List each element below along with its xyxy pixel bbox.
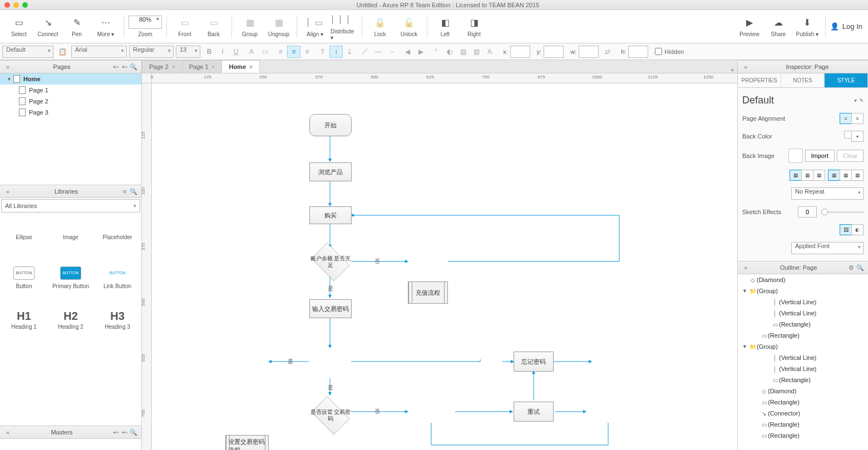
- sketch-bw-icon[interactable]: ◐: [851, 224, 864, 235]
- lib-ellipse[interactable]: Ellipse: [1, 215, 47, 256]
- y-input[interactable]: [544, 46, 564, 58]
- page-1[interactable]: Page 1: [0, 85, 141, 96]
- publish-button[interactable]: ⬇Publish ▾: [794, 12, 821, 41]
- style-dropdown-icon[interactable]: ▾: [854, 97, 857, 103]
- login-button[interactable]: 👤Log In: [830, 22, 862, 31]
- line-color-button[interactable]: ／: [358, 46, 372, 58]
- canvas[interactable]: 开始 浏览产品 购买 账户余额 是否充足 否 是 充值流程 输入交易密码 是否设…: [152, 83, 737, 450]
- ungroup-button[interactable]: ▦Ungroup: [265, 12, 292, 41]
- outline-item[interactable]: ↘(Connector): [738, 408, 868, 419]
- lock-ratio-icon[interactable]: ⇄: [601, 46, 614, 58]
- valign-bottom-button[interactable]: ⤓: [343, 46, 356, 58]
- tab-style[interactable]: STYLE: [825, 73, 868, 87]
- select-tool[interactable]: ▭Select: [6, 12, 32, 41]
- x-input[interactable]: [510, 46, 530, 58]
- page-2[interactable]: Page 2: [0, 96, 141, 107]
- line-width-button[interactable]: —: [372, 46, 385, 58]
- add-master-icon[interactable]: +▫: [111, 428, 120, 437]
- italic-button[interactable]: I: [216, 46, 229, 58]
- corner-radius-button[interactable]: ⌜: [430, 46, 443, 58]
- more-tool[interactable]: ⋯More ▾: [92, 12, 119, 41]
- right-button[interactable]: ◨Right: [461, 12, 487, 41]
- node-enter-pw[interactable]: 输入交易密码: [309, 299, 352, 318]
- library-select[interactable]: All Libraries: [1, 199, 140, 212]
- fill-color-button[interactable]: ▭: [258, 46, 272, 58]
- outline-item[interactable]: ◇(Diamond): [738, 385, 868, 397]
- close-tab-icon[interactable]: ×: [172, 64, 175, 70]
- lib-primary-button[interactable]: BUTTONPrimary Button: [48, 257, 93, 298]
- tab-properties[interactable]: PROPERTIES: [738, 73, 781, 87]
- horizontal-ruler[interactable]: 0125250375500625750875100011251250: [152, 73, 737, 83]
- sketch-fill-icon[interactable]: 🖼: [840, 224, 852, 235]
- lib-button[interactable]: BUTTONButton: [1, 257, 47, 298]
- outline-item[interactable]: ▼📁(Group): [738, 341, 868, 352]
- outline-search-icon[interactable]: 🔍: [856, 263, 865, 272]
- w-input[interactable]: [579, 46, 599, 58]
- outline-item[interactable]: │(Vertical Line): [738, 296, 868, 308]
- add-folder-icon[interactable]: +▫: [120, 62, 129, 71]
- add-page-icon[interactable]: +▫: [111, 62, 120, 71]
- node-recharge[interactable]: 充值流程: [408, 281, 448, 304]
- halign-3[interactable]: ▦: [813, 170, 825, 181]
- outline-item[interactable]: ▭(Rectangle): [738, 419, 868, 430]
- node-forgot[interactable]: 忘记密码: [514, 352, 554, 372]
- valign-3[interactable]: ▦: [851, 170, 864, 181]
- align-right-button[interactable]: ≡: [300, 46, 314, 58]
- font-size-dropdown[interactable]: 13: [176, 46, 200, 58]
- outline-item[interactable]: ▭(Rectangle): [738, 330, 868, 341]
- repeat-select[interactable]: No Repeat: [791, 187, 864, 200]
- hidden-checkbox[interactable]: Hidden: [655, 48, 684, 55]
- search-pages-icon[interactable]: 🔍: [129, 62, 138, 71]
- halign-2[interactable]: ▦: [801, 170, 813, 181]
- arrow-end-button[interactable]: ▶: [414, 46, 427, 58]
- collapse-outline-icon[interactable]: »: [741, 263, 750, 272]
- maximize-window-icon[interactable]: [22, 2, 28, 8]
- lib-link-button[interactable]: BUTTONLink Button: [95, 257, 140, 298]
- outline-item[interactable]: │(Vertical Line): [738, 352, 868, 363]
- node-start[interactable]: 开始: [309, 114, 352, 136]
- align-left-button[interactable]: ≡: [274, 46, 287, 58]
- lib-menu-icon[interactable]: ≡: [120, 187, 129, 196]
- lib-placeholder[interactable]: Placeholder: [95, 215, 140, 256]
- valign-top-button[interactable]: ⤒: [316, 46, 329, 58]
- inner-shadow-button[interactable]: ▧: [470, 46, 483, 58]
- import-button[interactable]: Import: [805, 150, 835, 162]
- connect-tool[interactable]: ↘Connect: [34, 12, 61, 41]
- back-color-dropdown[interactable]: ▾: [851, 131, 864, 142]
- tab-notes[interactable]: NOTES: [781, 73, 825, 87]
- node-buy[interactable]: 购买: [309, 206, 352, 224]
- shadow-button[interactable]: ▨: [456, 46, 470, 58]
- valign-1[interactable]: ▦: [828, 170, 840, 181]
- underline-button[interactable]: U: [229, 46, 243, 58]
- node-balance[interactable]: 账户余额 是否充足: [308, 246, 353, 278]
- style-dropdown[interactable]: Default: [2, 46, 53, 58]
- collapse-libraries-icon[interactable]: «: [3, 187, 12, 196]
- close-tab-icon[interactable]: ×: [249, 64, 253, 70]
- opacity-button[interactable]: ◐: [443, 46, 456, 58]
- outline-item[interactable]: ◇(Diamond): [738, 274, 868, 285]
- valign-2[interactable]: ▦: [840, 170, 852, 181]
- outline-item[interactable]: │(Vertical Line): [738, 308, 868, 319]
- back-color-swatch[interactable]: [844, 131, 852, 139]
- group-button[interactable]: ▦Group: [236, 12, 263, 41]
- applied-font-select[interactable]: Applied Font: [791, 242, 864, 254]
- vertical-ruler[interactable]: 125250375500625750: [142, 83, 152, 450]
- preview-button[interactable]: ▶Preview: [736, 12, 763, 41]
- node-browse[interactable]: 浏览产品: [309, 162, 352, 181]
- page-3[interactable]: Page 3: [0, 107, 141, 118]
- bold-button[interactable]: B: [203, 46, 216, 58]
- valign-middle-button[interactable]: ↕: [329, 46, 343, 58]
- tab-page1[interactable]: Page 1×: [182, 60, 223, 73]
- search-masters-icon[interactable]: 🔍: [129, 428, 138, 437]
- node-set-pw-flow[interactable]: 设置交易密码流程: [225, 435, 269, 450]
- outline-item[interactable]: │(Vertical Line): [738, 363, 868, 374]
- h-input[interactable]: [628, 46, 648, 58]
- close-window-icon[interactable]: [4, 2, 10, 8]
- minimize-window-icon[interactable]: [13, 2, 19, 8]
- add-master-folder-icon[interactable]: +▫: [120, 428, 129, 437]
- node-retry[interactable]: 重试: [514, 402, 554, 422]
- align-center-button[interactable]: ≡: [287, 46, 300, 58]
- clear-button[interactable]: Clear: [837, 150, 864, 162]
- page-align-left[interactable]: ≡: [840, 113, 852, 124]
- line-style-button[interactable]: ┈: [385, 46, 398, 58]
